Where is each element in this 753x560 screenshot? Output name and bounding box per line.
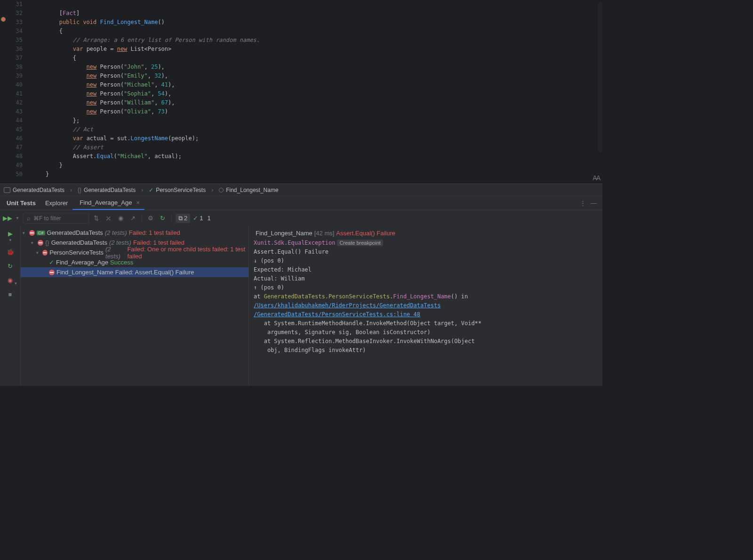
tree-label: Find_Longest_Name	[56, 269, 113, 276]
breadcrumb-label: GeneratedDataTests	[13, 187, 64, 193]
stack-line: at System.Reflection.MethodBaseInvoker.I…	[254, 337, 598, 355]
font-size-icon[interactable]: AA	[593, 174, 600, 182]
test-panel-tabs: Unit Tests Explorer Find_Average_Age × ⋮…	[0, 196, 602, 210]
stop-button[interactable]: ■	[6, 289, 15, 299]
settings-icon[interactable]: ⚙	[146, 214, 155, 223]
breadcrumb-label: Find_Longest_Name	[226, 187, 278, 193]
tab-label: Explorer	[45, 200, 68, 207]
output-line: ↓ (pos 0)	[254, 256, 598, 265]
tab-session[interactable]: Find_Average_Age ×	[72, 196, 144, 210]
output-fail-summary: Assert.Equal() Failure	[336, 229, 395, 238]
method-icon	[219, 188, 224, 192]
tab-label: Unit Tests	[7, 200, 36, 207]
check-icon: ✓	[193, 215, 198, 222]
breadcrumb-separator: ›	[70, 187, 72, 193]
breadcrumb-item-project[interactable]: GeneratedDataTests	[4, 187, 64, 193]
fail-icon	[42, 250, 48, 256]
passed-count[interactable]: ✓1	[193, 215, 203, 222]
fail-icon	[38, 240, 43, 246]
test-output[interactable]: Find_Longest_Name [42 ms] Assert.Equal()…	[248, 226, 602, 386]
project-icon	[4, 187, 10, 193]
tree-node-class[interactable]: ▾ PersonServiceTests (2 tests) Failed: O…	[21, 248, 248, 257]
tab-unit-tests[interactable]: Unit Tests	[2, 197, 40, 209]
broken-count[interactable]: ⧉2	[176, 214, 190, 223]
breadcrumb-item-namespace[interactable]: {} GeneratedDataTests	[78, 187, 136, 193]
output-duration: [42 ms]	[314, 229, 335, 238]
link-icon: ⧉	[178, 215, 183, 222]
pass-icon: ✓	[49, 259, 54, 266]
breadcrumb: GeneratedDataTests › {} GeneratedDataTes…	[0, 184, 602, 196]
breadcrumb-label: GeneratedDataTests	[84, 187, 136, 193]
tree-count: (2 tests)	[105, 246, 125, 260]
namespace-icon: {}	[78, 187, 81, 193]
tree-status: Failed: One or more child tests failed: …	[127, 246, 248, 260]
namespace-icon: {}	[45, 239, 49, 246]
test-panel-body: ▶▼ 🐞 ↻ ◉▼ ■ ▾ C# GeneratedDataTests (2 t…	[0, 226, 602, 386]
tree-label: GeneratedDataTests	[47, 229, 103, 236]
output-line: Assert.Equal() Failure	[254, 248, 598, 256]
test-tree[interactable]: ▾ C# GeneratedDataTests (2 tests) Failed…	[21, 226, 248, 386]
rerun-button[interactable]: ↻	[6, 261, 15, 271]
tree-label: PersonServiceTests	[49, 249, 104, 256]
breadcrumb-item-method[interactable]: Find_Longest_Name	[219, 187, 278, 193]
refresh-icon[interactable]: ↻	[158, 214, 168, 223]
show-passed-icon[interactable]: ◉	[116, 214, 126, 223]
close-icon[interactable]: ×	[136, 199, 140, 206]
output-line: Actual: William	[254, 274, 598, 283]
breadcrumb-label: PersonServiceTests	[156, 187, 206, 193]
breadcrumb-separator: ›	[211, 187, 213, 193]
count-value: 1	[200, 215, 203, 222]
tree-count: (2 tests)	[105, 229, 127, 236]
stack-link[interactable]: /GeneratedDataTests/PersonServiceTests.c…	[254, 310, 598, 319]
tab-explorer[interactable]: Explorer	[40, 197, 72, 209]
breadcrumb-separator: ›	[141, 187, 143, 193]
debug-button[interactable]: 🐞	[6, 247, 15, 256]
tree-label: GeneratedDataTests	[51, 239, 107, 246]
tree-status: Failed: 1 test failed	[129, 229, 180, 236]
stack-link[interactable]: /Users/khalidabuhakmeh/RiderProjects/Gen…	[254, 301, 598, 310]
export-icon[interactable]: ↗	[128, 214, 138, 223]
editor-area: 3132333435363738394041424344454647484950…	[0, 0, 602, 184]
output-line: Expected: Michael	[254, 265, 598, 274]
chevron-down-icon[interactable]: ▾	[31, 240, 36, 245]
scrollbar[interactable]	[598, 2, 602, 152]
class-pass-icon: ✓	[149, 187, 153, 193]
tree-node-test-fail[interactable]: Find_Longest_Name Failed: Assert.Equal()…	[21, 267, 248, 277]
tab-label: Find_Average_Age	[80, 199, 132, 206]
create-breakpoint-button[interactable]: Create breakpoint	[337, 240, 383, 246]
chevron-down-icon[interactable]: ▾	[36, 250, 40, 255]
minimize-icon[interactable]: —	[591, 200, 597, 207]
stack-line: at System.RuntimeMethodHandle.InvokeMeth…	[254, 319, 598, 337]
filter-field[interactable]	[33, 215, 85, 222]
dropdown-icon[interactable]: ▼	[8, 238, 12, 242]
breadcrumb-item-class[interactable]: ✓ PersonServiceTests	[149, 187, 206, 193]
editor-gutter: 3132333435363738394041424344454647484950	[0, 0, 26, 184]
fail-icon	[29, 230, 35, 236]
tree-label: Find_Average_Age	[56, 259, 108, 266]
count-value: 2	[184, 215, 187, 222]
fail-icon	[49, 270, 55, 275]
more-icon[interactable]: ⋮	[580, 200, 586, 207]
run-button[interactable]: ▶	[6, 229, 15, 238]
collapse-icon[interactable]: ⤫	[104, 214, 113, 223]
tree-status: Failed: Assert.Equal() Failure	[115, 269, 194, 276]
dropdown-icon[interactable]: ▼	[16, 216, 19, 220]
search-icon: ⌕	[27, 215, 31, 222]
test-toolbar: ▶▶▼ ⌕ ⇅ ⤫ ◉ ↗ ⚙ ↻ ⧉2 ✓1 1	[0, 210, 602, 226]
output-test-name: Find_Longest_Name	[256, 229, 312, 238]
exception-type: Xunit.Sdk.EqualException	[254, 240, 335, 246]
search-input[interactable]: ⌕	[23, 213, 89, 224]
count-value: 1	[207, 215, 210, 222]
rerun-all-button[interactable]: ▶▶	[3, 214, 12, 223]
stop-filter-button[interactable]: ◉▼	[6, 275, 15, 285]
chevron-down-icon[interactable]: ▾	[23, 231, 27, 235]
tree-node-project[interactable]: ▾ C# GeneratedDataTests (2 tests) Failed…	[21, 228, 248, 238]
output-line: ↑ (pos 0)	[254, 283, 598, 292]
tree-status: Success	[110, 259, 133, 266]
failed-count[interactable]: 1	[206, 215, 210, 222]
code-area[interactable]: [Fact] public void Find_Longest_Name() {…	[26, 0, 602, 184]
sort-icon[interactable]: ⇅	[92, 214, 101, 223]
side-action-bar: ▶▼ 🐞 ↻ ◉▼ ■	[0, 226, 21, 386]
stack-line: at GeneratedDataTests.PersonServiceTests…	[254, 292, 598, 301]
csharp-badge-icon: C#	[37, 231, 45, 235]
